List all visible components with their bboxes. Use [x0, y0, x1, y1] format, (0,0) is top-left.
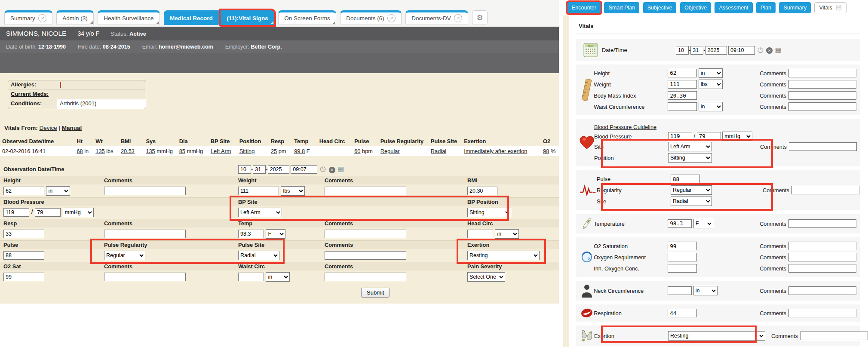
rp-weight-comments[interactable] [788, 80, 856, 89]
clock-icon[interactable]: ◷ [320, 165, 326, 172]
rp-temp-unit-select[interactable]: F [693, 219, 713, 228]
tab-smart-plan[interactable]: Smart Plan [604, 2, 639, 13]
tab-subjective[interactable]: Subjective [643, 2, 677, 13]
head-circ-unit-select[interactable]: in [495, 229, 519, 239]
tab-health-surveillance[interactable]: Health Surveillance [98, 10, 159, 25]
rp-neck-comments[interactable] [788, 286, 856, 295]
rp-o2-conc-input[interactable] [668, 264, 697, 273]
waist-unit-select[interactable]: in [266, 272, 290, 282]
rp-month-input[interactable] [676, 46, 689, 55]
head-circ-input[interactable] [467, 230, 493, 238]
rp-bmi-comments[interactable] [788, 91, 856, 100]
bp-diastolic-input[interactable] [35, 208, 61, 217]
rp-time-input[interactable] [728, 46, 755, 55]
open-in-new-icon[interactable]: ↗ [454, 14, 462, 22]
weight-comments-input[interactable] [325, 187, 406, 195]
rp-height-unit-select[interactable]: in [699, 68, 723, 78]
pulse-comments-input[interactable] [325, 251, 406, 260]
tab-medical-record[interactable]: Medical Record [164, 10, 219, 25]
rp-waist-input[interactable] [668, 102, 697, 111]
rp-pulse-comments[interactable] [791, 186, 859, 194]
rp-bp-site-select[interactable]: Left Arm [668, 142, 712, 151]
conditions-link[interactable]: Conditions: [11, 100, 42, 107]
waist-comments-input[interactable] [325, 273, 406, 281]
rp-neck-unit-select[interactable]: in [693, 286, 718, 295]
pulse-input[interactable] [3, 251, 44, 260]
height-comments-input[interactable] [104, 187, 186, 195]
vitals-from-device-link[interactable]: Device [40, 125, 57, 131]
rp-height-input[interactable] [668, 69, 697, 77]
bp-systolic-input[interactable] [3, 208, 29, 217]
rp-pulse-input[interactable] [671, 175, 700, 183]
resp-comments-input[interactable] [104, 230, 186, 238]
pulse-regularity-select[interactable]: Regular [104, 251, 145, 260]
rp-weight-input[interactable] [668, 80, 697, 89]
vitals-from-manual-link[interactable]: Manual [62, 125, 82, 131]
o2-sat-input[interactable] [3, 273, 44, 281]
open-in-new-icon[interactable]: ↗ [38, 14, 46, 22]
pulse-site-select[interactable]: Radial [238, 251, 279, 260]
rp-day-input[interactable] [690, 46, 703, 55]
rp-bp-comments[interactable] [789, 142, 857, 151]
rp-o2-req-input[interactable] [668, 253, 697, 261]
o2-comments-input[interactable] [104, 273, 186, 281]
tab-summary[interactable]: Summary ↗ [4, 10, 52, 25]
gear-icon[interactable]: ⚙ [472, 10, 488, 25]
rp-bp-unit-select[interactable]: mmHg [722, 132, 752, 141]
temp-unit-select[interactable]: F [266, 229, 285, 239]
rp-temp-comments[interactable] [788, 219, 856, 228]
rp-temp-input[interactable] [668, 219, 692, 228]
rp-bp-position-select[interactable]: Sitting [668, 153, 712, 163]
tab-vital-signs[interactable]: (11):Vital Signs [221, 10, 274, 25]
current-meds-link[interactable]: Current Meds: [11, 91, 49, 97]
calendar-picker-icon[interactable]: ▦ [337, 165, 344, 172]
weight-input[interactable] [238, 187, 279, 195]
height-input[interactable] [3, 187, 44, 195]
height-unit-select[interactable]: in [46, 186, 70, 196]
rp-o2-req-comments[interactable] [788, 253, 856, 261]
tab-encounter[interactable]: Encounter [567, 2, 601, 13]
bp-unit-select[interactable]: mmHg [63, 208, 94, 217]
tab-plan[interactable]: Plan [756, 2, 776, 13]
bp-site-select[interactable]: Left Arm [238, 208, 282, 217]
exertion-select[interactable]: Resting [467, 251, 540, 260]
tab-vitals-active[interactable]: Vitals [814, 2, 846, 13]
clear-date-icon[interactable]: ✕ [766, 47, 773, 54]
clock-icon[interactable]: ◷ [758, 46, 764, 53]
rp-year-input[interactable] [705, 46, 727, 55]
obs-day-input[interactable] [253, 165, 266, 174]
obs-year-input[interactable] [268, 165, 289, 174]
submit-button[interactable]: Submit [361, 288, 390, 298]
rp-o2-conc-comments[interactable] [788, 264, 856, 273]
waist-circ-input[interactable] [238, 273, 264, 281]
calendar-picker-icon[interactable]: ▦ [775, 46, 782, 53]
temp-input[interactable] [238, 230, 264, 238]
rp-o2-sat-input[interactable] [668, 242, 697, 250]
rp-pulse-site-select[interactable]: Radial [671, 197, 712, 206]
rp-respiration-comments[interactable] [788, 309, 856, 317]
rp-respiration-input[interactable] [668, 309, 697, 317]
temp-comments-input[interactable] [325, 230, 406, 238]
rp-weight-unit-select[interactable]: lbs [699, 80, 723, 89]
tab-admin[interactable]: Admin (3) [56, 10, 94, 25]
rp-neck-input[interactable] [668, 286, 692, 295]
rp-bp-systolic-input[interactable] [668, 132, 692, 141]
tab-objective[interactable]: Objective [680, 2, 711, 13]
condition-arthritis-link[interactable]: Arthritis [60, 100, 79, 107]
bp-position-select[interactable]: Sitting [467, 208, 511, 217]
weight-unit-select[interactable]: lbs [281, 186, 305, 196]
tab-assessment[interactable]: Assessment [715, 2, 752, 13]
open-in-new-icon[interactable]: ↗ [387, 14, 396, 22]
obs-month-input[interactable] [238, 165, 251, 174]
tab-on-screen-forms[interactable]: On Screen Forms [278, 10, 336, 25]
rp-height-comments[interactable] [788, 69, 856, 77]
allergies-link[interactable]: Allergies: [11, 81, 36, 88]
rp-exertion-comments[interactable] [800, 332, 868, 340]
pain-severity-select[interactable]: Select One [467, 272, 505, 282]
rp-pulse-regularity-select[interactable]: Regular [671, 185, 712, 195]
clear-date-icon[interactable]: ✕ [329, 167, 335, 173]
bp-guideline-link[interactable]: Blood Pressure Guideline [594, 124, 656, 130]
rp-bp-diastolic-input[interactable] [697, 132, 721, 141]
rp-waist-comments[interactable] [788, 102, 856, 111]
tab-documents[interactable]: Documents (6) ↗ [340, 10, 402, 25]
